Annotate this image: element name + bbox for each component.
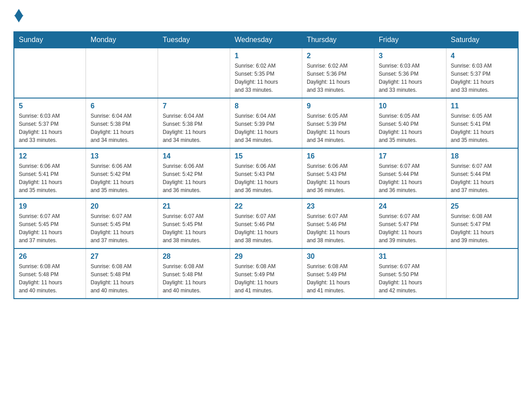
calendar-cell: 19Sunrise: 6:07 AM Sunset: 5:45 PM Dayli… [14, 198, 86, 248]
day-number: 1 [235, 52, 297, 60]
day-detail: Sunrise: 6:07 AM Sunset: 5:46 PM Dayligh… [307, 212, 369, 244]
calendar-cell: 30Sunrise: 6:08 AM Sunset: 5:49 PM Dayli… [302, 248, 374, 299]
calendar-cell: 20Sunrise: 6:07 AM Sunset: 5:45 PM Dayli… [86, 198, 158, 248]
col-wednesday: Wednesday [230, 32, 302, 48]
day-number: 2 [307, 52, 369, 60]
calendar-cell: 15Sunrise: 6:06 AM Sunset: 5:43 PM Dayli… [230, 148, 302, 198]
day-number: 29 [235, 253, 297, 261]
day-number: 28 [163, 253, 225, 261]
calendar-cell: 31Sunrise: 6:07 AM Sunset: 5:50 PM Dayli… [374, 248, 446, 299]
calendar-cell [446, 248, 518, 299]
day-detail: Sunrise: 6:08 AM Sunset: 5:48 PM Dayligh… [19, 262, 81, 295]
day-detail: Sunrise: 6:07 AM Sunset: 5:44 PM Dayligh… [451, 162, 513, 194]
day-number: 23 [307, 202, 369, 210]
day-number: 5 [19, 102, 81, 110]
calendar-cell: 12Sunrise: 6:06 AM Sunset: 5:41 PM Dayli… [14, 148, 86, 198]
col-saturday: Saturday [446, 32, 518, 48]
day-detail: Sunrise: 6:06 AM Sunset: 5:43 PM Dayligh… [307, 162, 369, 194]
calendar-week-1: 1Sunrise: 6:02 AM Sunset: 5:35 PM Daylig… [14, 48, 518, 98]
day-number: 9 [307, 102, 369, 110]
day-detail: Sunrise: 6:07 AM Sunset: 5:46 PM Dayligh… [235, 212, 297, 244]
day-detail: Sunrise: 6:04 AM Sunset: 5:38 PM Dayligh… [163, 112, 225, 144]
day-detail: Sunrise: 6:07 AM Sunset: 5:44 PM Dayligh… [379, 162, 442, 194]
day-detail: Sunrise: 6:06 AM Sunset: 5:43 PM Dayligh… [235, 162, 297, 194]
calendar-cell: 14Sunrise: 6:06 AM Sunset: 5:42 PM Dayli… [158, 148, 230, 198]
day-number: 26 [19, 253, 81, 261]
calendar-table: Sunday Monday Tuesday Wednesday Thursday… [13, 31, 519, 299]
day-number: 22 [235, 202, 297, 210]
day-detail: Sunrise: 6:08 AM Sunset: 5:49 PM Dayligh… [307, 262, 369, 295]
calendar-cell: 21Sunrise: 6:07 AM Sunset: 5:45 PM Dayli… [158, 198, 230, 248]
calendar-cell: 4Sunrise: 6:03 AM Sunset: 5:37 PM Daylig… [446, 48, 518, 98]
day-detail: Sunrise: 6:02 AM Sunset: 5:35 PM Dayligh… [235, 62, 297, 94]
day-number: 31 [379, 253, 442, 261]
logo [13, 9, 23, 22]
day-detail: Sunrise: 6:05 AM Sunset: 5:39 PM Dayligh… [307, 112, 369, 144]
day-number: 16 [307, 152, 369, 160]
calendar-cell: 25Sunrise: 6:08 AM Sunset: 5:47 PM Dayli… [446, 198, 518, 248]
calendar-cell: 8Sunrise: 6:04 AM Sunset: 5:39 PM Daylig… [230, 98, 302, 148]
day-number: 11 [451, 102, 513, 110]
calendar-cell [158, 48, 230, 98]
day-number: 12 [19, 152, 81, 160]
calendar-cell: 7Sunrise: 6:04 AM Sunset: 5:38 PM Daylig… [158, 98, 230, 148]
day-detail: Sunrise: 6:07 AM Sunset: 5:47 PM Dayligh… [379, 212, 442, 244]
calendar-cell: 18Sunrise: 6:07 AM Sunset: 5:44 PM Dayli… [446, 148, 518, 198]
day-number: 4 [451, 52, 513, 60]
day-number: 15 [235, 152, 297, 160]
calendar-cell: 3Sunrise: 6:03 AM Sunset: 5:36 PM Daylig… [374, 48, 446, 98]
page-header [13, 9, 519, 22]
day-detail: Sunrise: 6:02 AM Sunset: 5:36 PM Dayligh… [307, 62, 369, 94]
day-detail: Sunrise: 6:03 AM Sunset: 5:37 PM Dayligh… [451, 62, 513, 94]
calendar-cell: 6Sunrise: 6:04 AM Sunset: 5:38 PM Daylig… [86, 98, 158, 148]
day-detail: Sunrise: 6:04 AM Sunset: 5:38 PM Dayligh… [90, 112, 153, 144]
calendar-cell [86, 48, 158, 98]
day-detail: Sunrise: 6:06 AM Sunset: 5:41 PM Dayligh… [19, 162, 81, 194]
day-detail: Sunrise: 6:05 AM Sunset: 5:40 PM Dayligh… [379, 112, 442, 144]
day-number: 8 [235, 102, 297, 110]
header-row: Sunday Monday Tuesday Wednesday Thursday… [14, 32, 518, 48]
day-number: 24 [379, 202, 442, 210]
day-detail: Sunrise: 6:04 AM Sunset: 5:39 PM Dayligh… [235, 112, 297, 144]
col-monday: Monday [86, 32, 158, 48]
day-number: 13 [90, 152, 153, 160]
day-number: 21 [163, 202, 225, 210]
calendar-cell: 9Sunrise: 6:05 AM Sunset: 5:39 PM Daylig… [302, 98, 374, 148]
day-detail: Sunrise: 6:07 AM Sunset: 5:50 PM Dayligh… [379, 262, 442, 295]
day-detail: Sunrise: 6:07 AM Sunset: 5:45 PM Dayligh… [19, 212, 81, 244]
calendar-cell: 22Sunrise: 6:07 AM Sunset: 5:46 PM Dayli… [230, 198, 302, 248]
calendar-cell: 13Sunrise: 6:06 AM Sunset: 5:42 PM Dayli… [86, 148, 158, 198]
calendar-cell: 1Sunrise: 6:02 AM Sunset: 5:35 PM Daylig… [230, 48, 302, 98]
day-number: 7 [163, 102, 225, 110]
day-number: 17 [379, 152, 442, 160]
calendar-cell [14, 48, 86, 98]
day-number: 25 [451, 202, 513, 210]
calendar-cell: 11Sunrise: 6:05 AM Sunset: 5:41 PM Dayli… [446, 98, 518, 148]
calendar-week-3: 12Sunrise: 6:06 AM Sunset: 5:41 PM Dayli… [14, 148, 518, 198]
day-detail: Sunrise: 6:07 AM Sunset: 5:45 PM Dayligh… [163, 212, 225, 244]
col-friday: Friday [374, 32, 446, 48]
day-detail: Sunrise: 6:08 AM Sunset: 5:47 PM Dayligh… [451, 212, 513, 244]
day-number: 14 [163, 152, 225, 160]
calendar-cell: 24Sunrise: 6:07 AM Sunset: 5:47 PM Dayli… [374, 198, 446, 248]
day-detail: Sunrise: 6:03 AM Sunset: 5:36 PM Dayligh… [379, 62, 442, 94]
col-thursday: Thursday [302, 32, 374, 48]
col-sunday: Sunday [14, 32, 86, 48]
day-number: 18 [451, 152, 513, 160]
day-number: 10 [379, 102, 442, 110]
day-detail: Sunrise: 6:06 AM Sunset: 5:42 PM Dayligh… [163, 162, 225, 194]
day-detail: Sunrise: 6:05 AM Sunset: 5:41 PM Dayligh… [451, 112, 513, 144]
calendar-week-4: 19Sunrise: 6:07 AM Sunset: 5:45 PM Dayli… [14, 198, 518, 248]
day-detail: Sunrise: 6:08 AM Sunset: 5:48 PM Dayligh… [163, 262, 225, 295]
calendar-cell: 16Sunrise: 6:06 AM Sunset: 5:43 PM Dayli… [302, 148, 374, 198]
day-number: 19 [19, 202, 81, 210]
day-detail: Sunrise: 6:08 AM Sunset: 5:48 PM Dayligh… [90, 262, 153, 295]
calendar-cell: 29Sunrise: 6:08 AM Sunset: 5:49 PM Dayli… [230, 248, 302, 299]
calendar-cell: 26Sunrise: 6:08 AM Sunset: 5:48 PM Dayli… [14, 248, 86, 299]
day-number: 6 [90, 102, 153, 110]
calendar-cell: 27Sunrise: 6:08 AM Sunset: 5:48 PM Dayli… [86, 248, 158, 299]
day-detail: Sunrise: 6:08 AM Sunset: 5:49 PM Dayligh… [235, 262, 297, 295]
day-number: 3 [379, 52, 442, 60]
calendar-cell: 17Sunrise: 6:07 AM Sunset: 5:44 PM Dayli… [374, 148, 446, 198]
day-number: 27 [90, 253, 153, 261]
